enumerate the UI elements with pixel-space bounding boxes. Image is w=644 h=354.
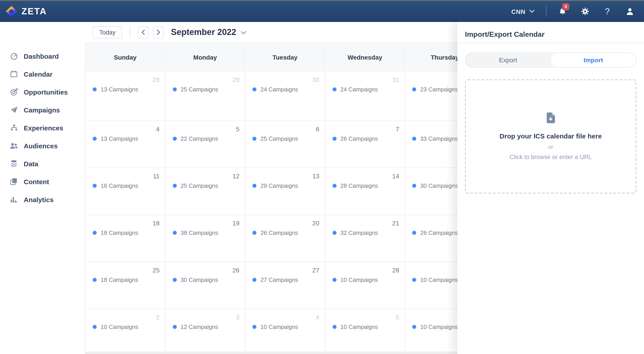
calendar-day-cell[interactable]: 28 10 Campaigns [325, 262, 405, 309]
sidebar-item-campaigns[interactable]: Campaigns [0, 101, 85, 119]
calendar-day-cell[interactable]: 5 10 Campaigns [325, 309, 405, 351]
campaign-event[interactable]: 29 Campaigns [252, 182, 298, 189]
calendar-day-cell[interactable]: 6 25 Campaigns [245, 121, 325, 167]
ics-dropzone[interactable]: Drop your ICS calendar file here or Clic… [465, 79, 636, 194]
event-dot-icon [252, 231, 256, 235]
campaign-event[interactable]: 27 Campaigns [252, 276, 298, 283]
sidebar-item-experiences[interactable]: Experiences [0, 119, 85, 137]
sidebar-item-analytics[interactable]: Analytics [0, 191, 85, 208]
calendar-day-cell[interactable]: 2 10 Campaigns [86, 309, 165, 351]
next-month-button[interactable] [153, 26, 164, 38]
campaign-event[interactable]: 13 Campaigns [93, 135, 138, 142]
campaign-event[interactable]: 24 Campaigns [332, 86, 378, 93]
campaign-event[interactable]: 13 Campaigns [93, 86, 138, 93]
browse-link[interactable]: Click to browse or enter a URL [510, 154, 592, 160]
campaign-event[interactable]: 30 Campaigns [412, 182, 458, 189]
campaign-event[interactable]: 25 Campaigns [252, 135, 298, 142]
sidebar-item-dashboard[interactable]: Dashboard [0, 47, 85, 65]
day-number: 21 [392, 220, 399, 227]
campaign-event[interactable]: 18 Campaigns [93, 229, 138, 236]
calendar-day-cell[interactable]: 14 28 Campaigns [325, 168, 405, 215]
prev-month-button[interactable] [138, 26, 148, 38]
day-number: 3 [236, 314, 240, 321]
day-number: 28 [152, 76, 160, 83]
app-window: ZETA CNN 3 [0, 0, 644, 354]
day-number: 6 [316, 125, 319, 133]
account-switcher[interactable]: CNN [511, 8, 534, 15]
help-button[interactable]: ? [602, 6, 613, 17]
campaign-event[interactable]: 10 Campaigns [412, 276, 458, 283]
tab-import[interactable]: Import [551, 53, 636, 67]
calendar-day-cell[interactable]: 4 13 Campaigns [86, 121, 165, 167]
event-dot-icon [172, 325, 176, 329]
calendar-day-cell[interactable]: 27 27 Campaigns [245, 262, 325, 309]
sidebar-item-data[interactable]: Data [0, 155, 85, 172]
campaign-event[interactable]: 26 Campaigns [252, 229, 298, 236]
campaign-event[interactable]: 10 Campaigns [332, 323, 378, 330]
campaign-event[interactable]: 22 Campaigns [172, 135, 218, 142]
calendar-day-cell[interactable]: 4 10 Campaigns [245, 309, 325, 351]
campaign-event[interactable]: 30 Campaigns [172, 276, 218, 283]
campaign-event[interactable]: 25 Campaigns [172, 182, 218, 189]
campaign-event[interactable]: 16 Campaigns [93, 182, 138, 189]
calendar-day-cell[interactable]: 28 13 Campaigns [86, 72, 165, 120]
calendar-day-cell[interactable]: 25 18 Campaigns [86, 262, 165, 309]
calendar-day-cell[interactable]: 13 29 Campaigns [245, 168, 325, 215]
campaign-event[interactable]: 32 Campaigns [332, 229, 378, 236]
notifications-button[interactable]: 3 [557, 6, 568, 17]
brand[interactable]: ZETA [5, 5, 47, 18]
campaign-count-label: 25 Campaigns [260, 135, 298, 142]
settings-button[interactable] [580, 6, 590, 17]
campaign-event[interactable]: 28 Campaigns [332, 182, 378, 189]
campaign-event[interactable]: 12 Campaigns [172, 323, 218, 330]
calendar-day-cell[interactable]: 20 26 Campaigns [245, 215, 325, 262]
calendar-day-cell[interactable]: 26 30 Campaigns [165, 262, 245, 309]
campaign-event[interactable]: 33 Campaigns [412, 135, 458, 142]
campaign-event[interactable]: 10 Campaigns [332, 276, 378, 283]
campaign-count-label: 30 Campaigns [180, 276, 218, 283]
campaign-event[interactable]: 10 Campaigns [252, 323, 298, 330]
day-header: Monday [165, 43, 245, 72]
sidebar-item-opportunities[interactable]: Opportunities [0, 83, 85, 101]
calendar-day-cell[interactable]: 12 25 Campaigns [165, 168, 245, 215]
day-number: 5 [236, 125, 240, 133]
campaign-count-label: 32 Campaigns [340, 229, 378, 236]
sidebar-item-content[interactable]: Content [0, 172, 85, 191]
day-number: 29 [232, 76, 240, 83]
calendar-day-cell[interactable]: 29 25 Campaigns [165, 72, 245, 120]
calendar-day-cell[interactable]: 19 38 Campaigns [165, 215, 245, 262]
campaign-event[interactable]: 10 Campaigns [412, 323, 458, 330]
campaign-count-label: 23 Campaigns [420, 86, 458, 93]
campaign-event[interactable]: 26 Campaigns [332, 135, 378, 142]
calendar-day-cell[interactable]: 30 24 Campaigns [245, 72, 325, 120]
calendar-day-cell[interactable]: 18 18 Campaigns [86, 215, 165, 262]
campaign-count-label: 10 Campaigns [420, 323, 458, 330]
tab-export[interactable]: Export [466, 53, 551, 67]
toolbar-divider [130, 27, 130, 37]
campaign-event[interactable]: 10 Campaigns [93, 323, 138, 330]
calendar-day-cell[interactable]: 7 26 Campaigns [325, 121, 405, 167]
day-number: 31 [392, 76, 399, 83]
campaign-event[interactable]: 26 Campaigns [412, 229, 458, 236]
campaign-event[interactable]: 23 Campaigns [412, 86, 458, 93]
calendar-day-cell[interactable]: 11 16 Campaigns [86, 168, 165, 215]
calendar-day-cell[interactable]: 21 32 Campaigns [325, 215, 405, 262]
day-number: 20 [312, 220, 319, 227]
campaign-event[interactable]: 38 Campaigns [172, 229, 218, 236]
calendar-day-cell[interactable]: 31 24 Campaigns [325, 72, 405, 120]
sidebar-item-audiences[interactable]: Audiences [0, 137, 85, 155]
day-header-row: Sunday Monday Tuesday Wednesday Thursday [85, 43, 485, 72]
campaign-event[interactable]: 18 Campaigns [93, 276, 138, 283]
month-selector[interactable]: September 2022 [171, 27, 246, 37]
today-button[interactable]: Today [93, 26, 122, 38]
calendar-day-cell[interactable]: 3 12 Campaigns [165, 309, 245, 351]
sidebar-item-calendar[interactable]: Calendar [0, 65, 85, 83]
pages-icon [10, 178, 18, 185]
campaign-event[interactable]: 25 Campaigns [172, 86, 218, 93]
campaign-count-label: 10 Campaigns [260, 323, 298, 330]
day-number: 12 [232, 172, 240, 180]
calendar-day-cell[interactable]: 5 22 Campaigns [165, 121, 245, 167]
campaign-event[interactable]: 24 Campaigns [252, 86, 298, 93]
profile-button[interactable] [624, 6, 635, 17]
event-dot-icon [252, 87, 256, 91]
